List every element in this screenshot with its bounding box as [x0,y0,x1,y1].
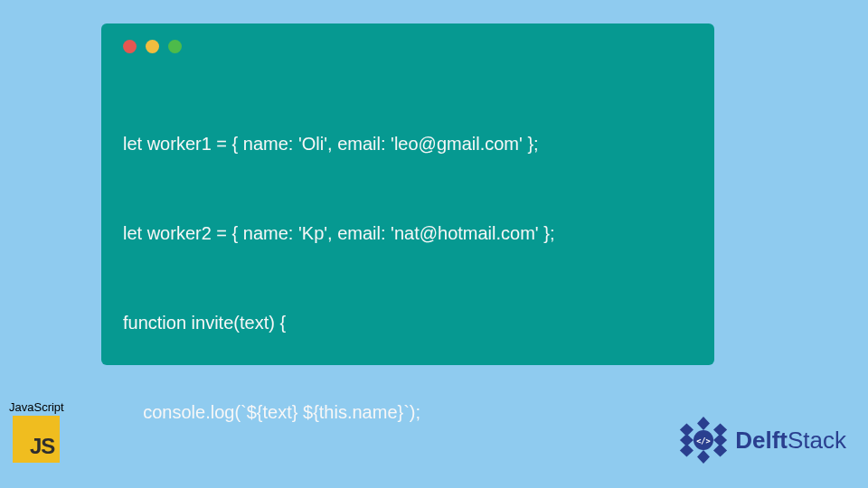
code-line: let worker2 = { name: 'Kp', email: 'nat@… [123,219,693,249]
minimize-icon [146,40,159,53]
javascript-badge: JavaScript JS [9,400,64,463]
code-window: let worker1 = { name: 'Oli', email: 'leo… [101,23,714,365]
code-block: let worker1 = { name: 'Oli', email: 'leo… [123,70,693,488]
svg-marker-0 [697,417,710,430]
javascript-logo-text: JS [30,434,54,459]
delftstack-text: DelftStack [735,427,846,455]
javascript-logo-icon: JS [13,416,60,463]
code-line: console.log(`${text} ${this.name}`); [123,398,693,427]
delftstack-logo-icon: </> [677,414,730,466]
close-icon [123,40,137,53]
svg-marker-3 [713,444,727,457]
delft-bold-text: Delft [735,427,788,454]
svg-text:</>: </> [696,436,711,446]
delft-rest-text: Stack [788,427,846,454]
svg-marker-7 [680,423,693,436]
delftstack-badge: </> DelftStack [677,414,846,466]
javascript-label: JavaScript [9,400,64,414]
window-controls [123,40,693,53]
maximize-icon [168,40,182,53]
code-line: let worker1 = { name: 'Oli', email: 'leo… [123,129,693,159]
code-line: function invite(text) { [123,308,693,338]
svg-marker-4 [697,450,710,464]
